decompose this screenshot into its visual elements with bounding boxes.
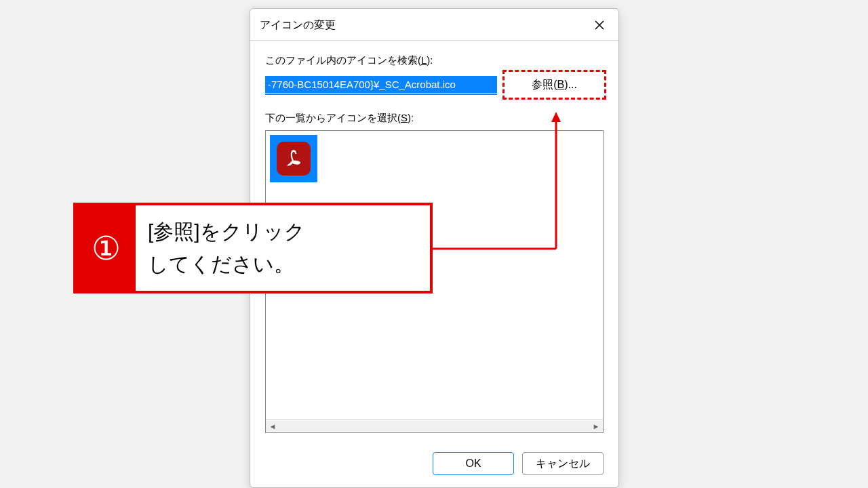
callout-number: ① — [76, 205, 136, 291]
path-input-wrap[interactable]: -7760-BC15014EA700}¥_SC_Acrobat.ico — [265, 75, 497, 95]
ok-button[interactable]: OK — [433, 452, 514, 475]
browse-button[interactable]: 参照(B)... — [505, 73, 604, 97]
select-label: 下の一覧からアイコンを選択(S): — [265, 112, 604, 125]
close-icon — [595, 20, 604, 30]
horizontal-scrollbar[interactable]: ◄ ► — [266, 419, 603, 432]
scroll-right-icon[interactable]: ► — [589, 420, 603, 433]
button-row: OK キャンセル — [250, 440, 618, 487]
icon-item-acrobat[interactable] — [270, 135, 317, 182]
acrobat-icon — [277, 142, 311, 176]
close-button[interactable] — [590, 16, 609, 35]
dialog-title: アイコンの変更 — [260, 18, 336, 33]
titlebar: アイコンの変更 — [250, 9, 618, 41]
search-label: このファイル内のアイコンを検索(L): — [265, 54, 604, 67]
path-input[interactable]: -7760-BC15014EA700}¥_SC_Acrobat.ico — [265, 76, 497, 93]
path-row: -7760-BC15014EA700}¥_SC_Acrobat.ico 参照(B… — [265, 73, 604, 97]
cancel-button[interactable]: キャンセル — [522, 452, 604, 475]
callout-text: [参照]をクリック してください。 — [136, 205, 430, 291]
scroll-left-icon[interactable]: ◄ — [266, 420, 279, 433]
instruction-callout: ① [参照]をクリック してください。 — [73, 203, 433, 293]
